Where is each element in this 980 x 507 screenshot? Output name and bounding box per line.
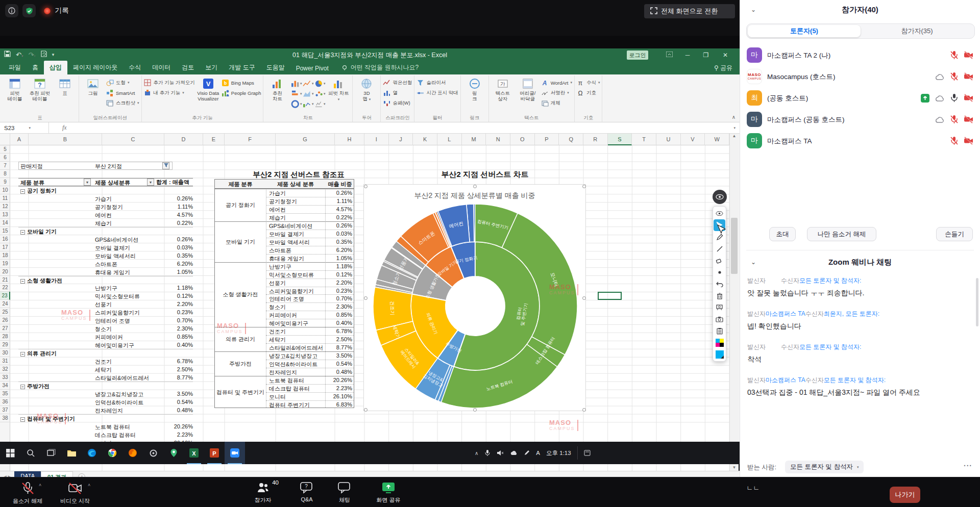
ribbon-button-기호[interactable]: Ω기호	[577, 88, 600, 97]
annotation-tool-dot-icon[interactable]	[714, 266, 725, 278]
ribbon-button-텍스트상자[interactable]: 가텍스트상자	[491, 76, 514, 102]
ribbon-button-꺾은선형[interactable]: 꺾은선형	[383, 78, 412, 87]
camera-off-icon[interactable]	[964, 137, 973, 147]
column-header-F[interactable]: F	[225, 134, 276, 145]
chat-scrollbar[interactable]	[976, 278, 978, 326]
ribbon-button-피벗 차트[interactable]: 피벗 차트 ▾	[327, 76, 350, 102]
chart-selection-handle[interactable]	[364, 408, 368, 412]
tray-mic-icon[interactable]	[484, 449, 491, 457]
video-options-icon[interactable]: ˄	[88, 483, 90, 488]
tray-pen-icon[interactable]	[524, 450, 530, 456]
mic-on-icon[interactable]	[950, 93, 958, 105]
start-video-button[interactable]: 비디오 시작 ˄	[53, 481, 97, 505]
fullscreen-toggle-button[interactable]: 전체 화면으로 전환	[644, 4, 735, 18]
column-header-Q[interactable]: Q	[559, 134, 583, 145]
ribbon-button-스크린샷[interactable]: 스크린샷▾	[106, 98, 139, 108]
mic-muted-icon[interactable]	[950, 72, 958, 83]
chart-selection-handle[interactable]	[582, 185, 586, 188]
taskbar-icon-firefox[interactable]	[122, 442, 143, 464]
mic-options-icon[interactable]: ˄	[39, 483, 41, 488]
column-header-P[interactable]: P	[535, 134, 559, 145]
taskbar-icon-chrome[interactable]	[102, 442, 122, 464]
leave-button[interactable]: 나가기	[890, 487, 920, 503]
login-button[interactable]: 로그인	[627, 50, 648, 60]
camera-off-icon[interactable]	[964, 94, 973, 104]
column-header-T[interactable]: T	[632, 134, 656, 145]
info-icon[interactable]	[5, 4, 18, 17]
ribbon-tab-검토[interactable]: 검토	[176, 61, 200, 74]
chart-selection-handle[interactable]	[364, 296, 368, 300]
column-header-R[interactable]: R	[583, 134, 608, 145]
taskbar-icon-excel[interactable]: X	[184, 442, 204, 464]
column-header-B[interactable]: B	[29, 134, 102, 145]
ribbon-tab-데이터[interactable]: 데이터	[146, 61, 176, 74]
excel-title-bar[interactable]: ↶▾ ↷▾ ▾ 01 해답_서울3지점와 부산2지점 매출 분포.xlsx - …	[0, 48, 740, 62]
mic-muted-icon[interactable]	[950, 50, 958, 62]
ribbon-button-추천 피벗테이블[interactable]: ?추천 피벗테이블	[28, 76, 52, 102]
filter-funnel-icon[interactable]	[162, 162, 169, 169]
annotation-tool-cmyk-icon[interactable]	[714, 337, 725, 348]
panel-button-나만 음소거 해제[interactable]: 나만 음소거 해제	[807, 227, 876, 241]
pivot-group-모바일 기기[interactable]: −모바일 기기	[20, 228, 57, 236]
column-headers[interactable]: ABCDEFGHIJKLMNOPQRSTUVW	[0, 134, 729, 145]
chat-input-draft[interactable]: ㄴㄴ	[746, 484, 760, 493]
tray-notification-icon[interactable]	[584, 450, 591, 456]
formula-bar-expand-icon[interactable]: ▾	[733, 126, 736, 130]
annotation-tool-projector-icon[interactable]	[714, 301, 725, 313]
ribbon-tab-Power Pivot[interactable]: Power Pivot	[290, 62, 334, 74]
column-header-S[interactable]: S	[608, 134, 632, 145]
ribbon-button-그림[interactable]: 그림	[81, 76, 105, 96]
pivot-group-의류 관리기[interactable]: −의류 관리기	[20, 350, 57, 358]
ribbon-button-링크[interactable]: 링크	[463, 76, 486, 102]
ribbon-button-승패(W)[interactable]: 승패(W)	[383, 98, 412, 108]
column-header-W[interactable]: W	[705, 134, 729, 145]
taskbar-icon-search[interactable]	[20, 442, 41, 464]
recipient-selector[interactable]: 모든 토론자 및 참석자▾	[785, 461, 864, 473]
ribbon-button-도형[interactable]: 도형▾	[106, 78, 139, 87]
annotation-tool-clipboard-icon[interactable]	[714, 325, 725, 337]
pivot-field-dropdown-icon[interactable]: ▼	[84, 179, 91, 186]
mic-muted-icon[interactable]	[950, 115, 958, 126]
column-header-D[interactable]: D	[164, 134, 203, 145]
column-header-N[interactable]: N	[486, 134, 510, 145]
ribbon-button-서명란[interactable]: 서명란▾	[541, 88, 572, 97]
chart-type-gallery[interactable]: ▾▾▾▾▾▾▾▾▾	[290, 76, 325, 109]
ribbon-button-머리글/바닥글[interactable]: 머리글/바닥글	[516, 76, 540, 102]
share-button[interactable]: ⚲ 공유	[714, 64, 732, 72]
chat-more-button[interactable]: ···	[964, 462, 972, 470]
annotation-tool-eraser-icon[interactable]	[714, 255, 725, 266]
column-header-M[interactable]: M	[462, 134, 486, 145]
panel-button-초대[interactable]: 초대	[769, 227, 796, 241]
tray-cloud-icon[interactable]	[510, 450, 518, 455]
ribbon-button-WordArt[interactable]: AWordArt▾	[541, 78, 572, 87]
camera-off-icon[interactable]	[964, 51, 973, 61]
ribbon-tab-삽입[interactable]: 삽입	[44, 61, 67, 74]
taskbar-icon-zoom[interactable]	[225, 442, 245, 464]
camera-off-icon[interactable]	[964, 115, 973, 125]
column-header-I[interactable]: I	[364, 134, 389, 145]
ribbon-button-슬라이서[interactable]: 슬라이서	[416, 78, 458, 87]
ribbon-tab-개발 도구[interactable]: 개발 도구	[223, 61, 260, 74]
ribbon-button-열[interactable]: 열	[383, 88, 412, 97]
column-header-G[interactable]: G	[276, 134, 335, 145]
ribbon-tab-파일[interactable]: 파일	[3, 61, 27, 74]
participant-row[interactable]: MASOCAMPUSMasocampus (호스트)	[740, 66, 980, 87]
system-tray[interactable]: ∧ A 오후 1:13	[475, 442, 591, 464]
taskbar-icon-start[interactable]	[0, 442, 20, 464]
panel-tab-참가자(35)[interactable]: 참가자(35)	[861, 25, 973, 37]
ribbon-button-추천차트[interactable]: 추천차트	[265, 76, 289, 102]
qa-button[interactable]: ? Q&A	[295, 481, 318, 502]
name-box[interactable]: S23▾	[0, 122, 49, 133]
sunburst-chart[interactable]: 부산2 지점 제품 상세분류별 매출 비중공기 정화기에어컨모바일 기기스마트폰…	[363, 184, 586, 411]
fx-icon[interactable]: fx	[62, 124, 67, 132]
tray-speaker-icon[interactable]	[497, 450, 504, 456]
ribbon-button-Visio DataVisualizer[interactable]: VVisio DataVisualizer	[197, 76, 220, 102]
tray-ime-indicator[interactable]: A	[536, 450, 540, 456]
chart-selection-handle[interactable]	[473, 408, 477, 412]
participant-row[interactable]: 마마소캠퍼스 TA 2 (나)	[740, 44, 980, 66]
ribbon-display-options-icon[interactable]	[660, 48, 678, 62]
annotation-tool-eye-icon[interactable]	[714, 208, 725, 219]
security-shield-icon[interactable]	[22, 4, 36, 17]
pivot-group-소형 생활가전[interactable]: −소형 생활가전	[20, 277, 62, 285]
taskbar-icon-taskview[interactable]	[41, 442, 61, 464]
